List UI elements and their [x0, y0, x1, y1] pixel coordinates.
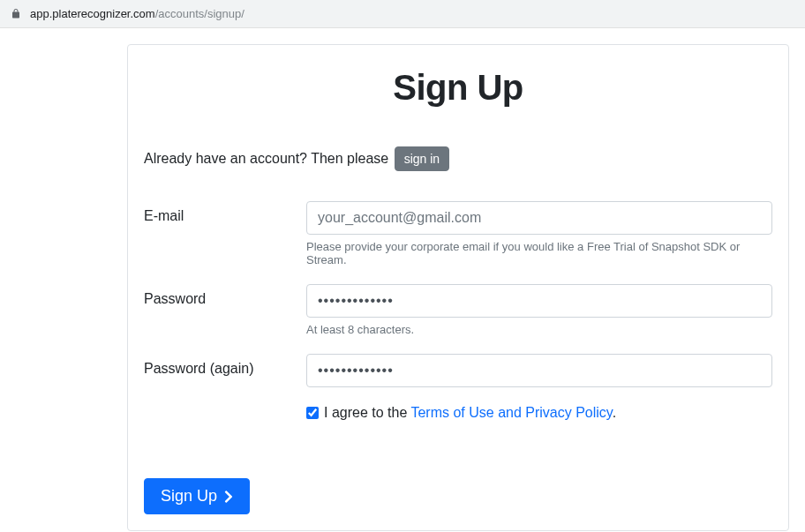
page-title: Sign Up — [144, 68, 772, 108]
email-help-text: Please provide your corporate email if y… — [306, 240, 772, 266]
browser-url-bar: app.platerecognizer.com/accounts/signup/ — [0, 0, 805, 28]
email-field[interactable] — [306, 201, 772, 235]
agree-prefix: I agree to the — [324, 405, 410, 420]
sign-up-button[interactable]: Sign Up — [144, 478, 250, 514]
have-account-text: Already have an account? Then please — [144, 151, 393, 166]
sign-up-button-label: Sign Up — [161, 487, 217, 506]
have-account-row: Already have an account? Then please sig… — [144, 146, 772, 171]
password-help-text: At least 8 characters. — [306, 323, 772, 336]
agree-text-wrap: I agree to the Terms of Use and Privacy … — [324, 405, 616, 421]
password-again-field[interactable] — [306, 354, 772, 387]
agree-suffix: . — [613, 405, 616, 420]
signup-card: Sign Up Already have an account? Then pl… — [127, 44, 789, 531]
password-label: Password — [144, 284, 306, 307]
url-path: /accounts/signup/ — [155, 7, 245, 20]
password-field[interactable] — [306, 284, 772, 318]
email-label: E-mail — [144, 201, 306, 224]
chevron-right-icon — [224, 490, 233, 504]
password-again-label: Password (again) — [144, 354, 306, 377]
agree-checkbox[interactable] — [306, 407, 319, 419]
url-domain: app.platerecognizer.com — [30, 7, 155, 20]
terms-link[interactable]: Terms of Use and Privacy Policy — [410, 405, 612, 420]
sign-in-button[interactable]: sign in — [395, 146, 449, 171]
lock-icon — [11, 8, 21, 19]
